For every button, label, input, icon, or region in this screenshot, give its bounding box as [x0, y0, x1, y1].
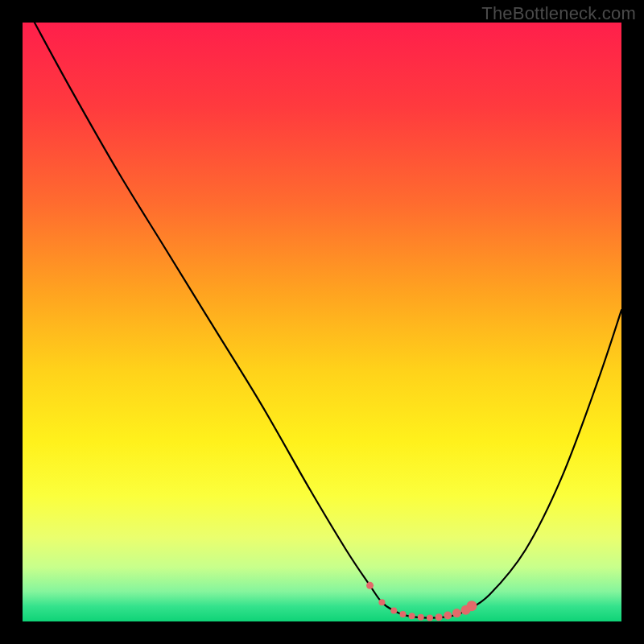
curve-marker: [366, 582, 374, 589]
curve-marker: [378, 599, 385, 605]
curve-marker: [399, 611, 406, 617]
plot-area: [23, 23, 621, 621]
curve-marker: [390, 608, 397, 614]
curve-marker: [436, 613, 443, 621]
curve-marker: [444, 612, 452, 620]
curve-marker: [467, 601, 477, 611]
chart-frame: TheBottleneck.com: [0, 0, 644, 644]
curve-marker: [427, 615, 433, 621]
curve-marker: [418, 614, 424, 621]
curve-marker: [452, 609, 461, 617]
curve-marker: [409, 613, 415, 619]
watermark-text: TheBottleneck.com: [481, 3, 636, 24]
gradient-background: [23, 23, 621, 621]
bottleneck-chart-svg: [23, 23, 621, 621]
